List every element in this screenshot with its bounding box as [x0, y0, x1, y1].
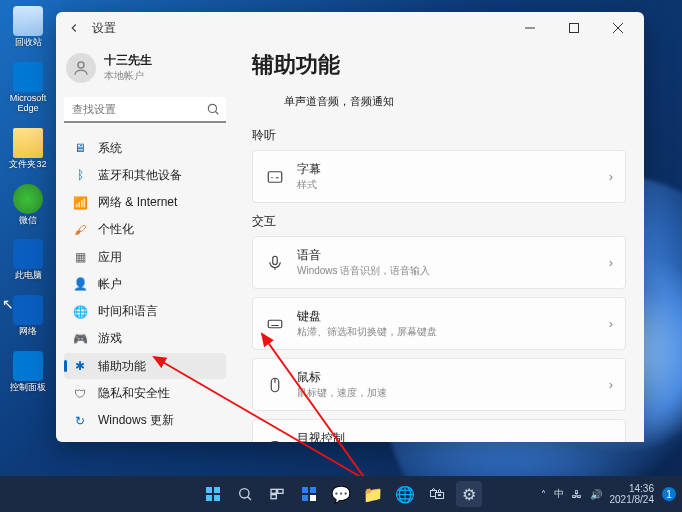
nav-apps[interactable]: ▦应用 — [64, 244, 226, 270]
volume-icon[interactable]: 🔊 — [590, 489, 602, 500]
search-icon — [206, 102, 220, 120]
search-input[interactable] — [64, 97, 226, 123]
wifi-icon: 📶 — [72, 195, 88, 211]
start-button[interactable] — [200, 481, 226, 507]
nav-gaming[interactable]: 🎮游戏 — [64, 326, 226, 352]
sidebar: 十三先生 本地帐户 🖥系统 ᛒ蓝牙和其他设备 📶网络 & Internet 🖌个… — [56, 44, 234, 442]
titlebar: 设置 — [56, 12, 644, 44]
paint-icon: 🖌 — [72, 222, 88, 238]
task-view[interactable] — [264, 481, 290, 507]
card-title: 键盘 — [297, 308, 437, 325]
notifications-icon[interactable]: 1 — [662, 487, 676, 501]
nav-accessibility[interactable]: ✱辅助功能 — [64, 353, 226, 379]
svg-rect-19 — [310, 487, 316, 493]
svg-rect-18 — [302, 487, 308, 493]
nav-label: 帐户 — [98, 276, 122, 293]
desktop-icon-control-panel[interactable]: 控制面板 — [6, 351, 50, 393]
nav-label: 辅助功能 — [98, 358, 146, 375]
nav-label: 游戏 — [98, 330, 122, 347]
content-pane: 辅助功能 单声道音频，音频通知 聆听 字幕样式 › 交互 语音Windows 语… — [234, 44, 644, 442]
nav-privacy[interactable]: 🛡隐私和安全性 — [64, 380, 226, 406]
cursor-icon: ↖ — [2, 296, 14, 312]
svg-rect-21 — [310, 495, 316, 501]
desktop-icon-edge[interactable]: Microsoft Edge — [6, 62, 50, 114]
maximize-button[interactable] — [556, 14, 592, 42]
mono-audio-sub: 单声道音频，音频通知 — [284, 94, 394, 109]
desktop-icon-folder[interactable]: 文件夹32 — [6, 128, 50, 170]
system-tray[interactable]: ˄ 中 🖧 🔊 14:36 2021/8/24 1 — [541, 483, 677, 505]
network-icon[interactable]: 🖧 — [572, 489, 582, 500]
clock[interactable]: 14:36 2021/8/24 — [610, 483, 655, 505]
desktop-icon-recycle-bin[interactable]: 回收站 — [6, 6, 50, 48]
chevron-right-icon: › — [609, 316, 613, 331]
account-block[interactable]: 十三先生 本地帐户 — [64, 48, 226, 91]
card-speech[interactable]: 语音Windows 语音识别，语音输入 › — [252, 236, 626, 289]
card-captions[interactable]: 字幕样式 › — [252, 150, 626, 203]
tray-chevron-icon[interactable]: ˄ — [541, 489, 546, 500]
nav-personalization[interactable]: 🖌个性化 — [64, 217, 226, 243]
mouse-icon — [265, 375, 285, 395]
microphone-icon — [265, 253, 285, 273]
chevron-right-icon: › — [609, 169, 613, 184]
nav-network[interactable]: 📶网络 & Internet — [64, 190, 226, 216]
store-icon[interactable]: 🛍 — [424, 481, 450, 507]
nav-label: 个性化 — [98, 221, 134, 238]
user-icon: 👤 — [72, 276, 88, 292]
avatar-icon — [66, 53, 96, 83]
card-title: 语音 — [297, 247, 430, 264]
nav-label: 蓝牙和其他设备 — [98, 167, 182, 184]
card-mouse[interactable]: 鼠标鼠标键，速度，加速 › — [252, 358, 626, 411]
chevron-right-icon: › — [609, 255, 613, 270]
globe-icon: 🌐 — [72, 304, 88, 320]
svg-point-1 — [78, 62, 84, 68]
nav-time-language[interactable]: 🌐时间和语言 — [64, 299, 226, 325]
shield-icon: 🛡 — [72, 386, 88, 402]
desktop-icon-this-pc[interactable]: 此电脑 — [6, 239, 50, 281]
explorer-icon[interactable]: 📁 — [360, 481, 386, 507]
ime-icon[interactable]: 中 — [554, 487, 564, 501]
desktop-icon-wechat[interactable]: 微信 — [6, 184, 50, 226]
svg-rect-17 — [271, 495, 276, 499]
taskbar-search[interactable] — [232, 481, 258, 507]
svg-rect-15 — [271, 489, 276, 493]
settings-taskbar-icon[interactable]: ⚙ — [456, 481, 482, 507]
mono-audio-row[interactable]: 单声道音频，音频通知 — [252, 86, 626, 117]
card-sub: Windows 语音识别，语音输入 — [297, 264, 430, 278]
keyboard-icon — [265, 314, 285, 334]
svg-rect-5 — [268, 320, 282, 328]
svg-rect-20 — [302, 495, 308, 501]
nav-bluetooth[interactable]: ᛒ蓝牙和其他设备 — [64, 162, 226, 188]
card-title: 字幕 — [297, 161, 321, 178]
close-button[interactable] — [600, 14, 636, 42]
svg-rect-10 — [206, 487, 212, 493]
card-title: 目视控制 — [297, 430, 427, 442]
card-sub: 鼠标键，速度，加速 — [297, 386, 387, 400]
nav-label: 隐私和安全性 — [98, 385, 170, 402]
teams-icon[interactable]: 💬 — [328, 481, 354, 507]
svg-rect-4 — [273, 256, 278, 264]
minimize-button[interactable] — [512, 14, 548, 42]
section-listen: 聆听 — [252, 127, 626, 144]
apps-icon: ▦ — [72, 249, 88, 265]
widgets[interactable] — [296, 481, 322, 507]
captions-icon — [265, 167, 285, 187]
back-button[interactable] — [64, 18, 84, 38]
svg-point-14 — [240, 489, 249, 498]
edge-icon[interactable]: 🌐 — [392, 481, 418, 507]
card-keyboard[interactable]: 键盘粘滞、筛选和切换键，屏幕键盘 › — [252, 297, 626, 350]
account-name: 十三先生 — [104, 52, 152, 69]
card-eye-control[interactable]: 目视控制目动追踪仪，文本到语音转换 › — [252, 419, 626, 442]
nav-label: Windows 更新 — [98, 412, 174, 429]
nav-accounts[interactable]: 👤帐户 — [64, 271, 226, 297]
page-heading: 辅助功能 — [252, 50, 626, 80]
taskbar: 💬 📁 🌐 🛍 ⚙ ˄ 中 🖧 🔊 14:36 2021/8/24 1 — [0, 476, 682, 512]
chevron-right-icon: › — [609, 377, 613, 392]
nav-list: 🖥系统 ᛒ蓝牙和其他设备 📶网络 & Internet 🖌个性化 ▦应用 👤帐户… — [64, 135, 226, 434]
card-sub: 粘滞、筛选和切换键，屏幕键盘 — [297, 325, 437, 339]
monitor-icon: 🖥 — [72, 140, 88, 156]
accessibility-icon: ✱ — [72, 358, 88, 374]
svg-rect-0 — [570, 24, 579, 33]
search-box[interactable] — [64, 97, 226, 123]
nav-system[interactable]: 🖥系统 — [64, 135, 226, 161]
nav-windows-update[interactable]: ↻Windows 更新 — [64, 408, 226, 434]
